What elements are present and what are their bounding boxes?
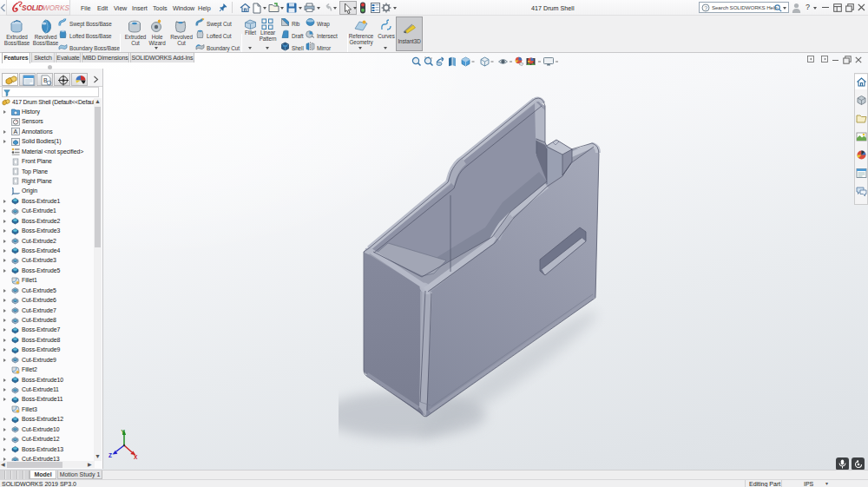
svg-text:X: X bbox=[134, 454, 138, 460]
svg-text:?: ? bbox=[704, 4, 707, 10]
svg-text:Z: Z bbox=[108, 452, 112, 458]
svg-text:A: A bbox=[14, 128, 18, 135]
svg-text:Y: Y bbox=[122, 429, 126, 435]
svg-text:WORKS: WORKS bbox=[43, 4, 69, 12]
svg-text:SOLID: SOLID bbox=[22, 4, 43, 12]
